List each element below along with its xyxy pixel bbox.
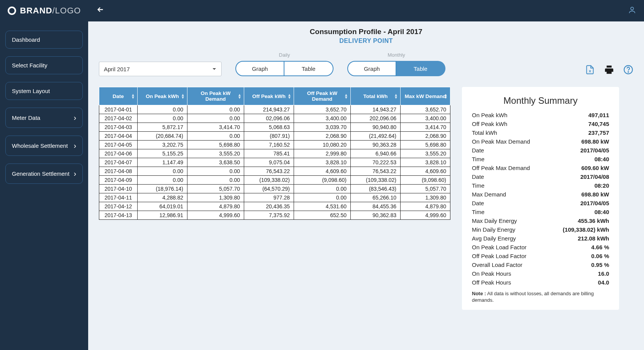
- cell-value: 12,986.91: [138, 211, 187, 220]
- cell-value: 3,414.70: [187, 123, 244, 132]
- topbar: BRAND/LOGO: [0, 0, 644, 21]
- toolbar: April 2017 Daily Graph Table Monthly Gra…: [99, 52, 633, 76]
- summary-row: Max Demand698.80 kW: [472, 190, 609, 199]
- table-row: 2017-04-1264,019.014,879.8020,436.354,53…: [99, 202, 450, 211]
- summary-row: Off Peak Hours04.0: [472, 278, 609, 287]
- column-header[interactable]: Off Peak kW Demand▲▼: [294, 87, 351, 105]
- cell-value: 6,940.66: [351, 149, 401, 158]
- cell-value: (109,338.02): [351, 176, 401, 185]
- summary-value: 455.36 kWh: [578, 218, 609, 224]
- cell-value: 977.28: [244, 193, 294, 202]
- print-button[interactable]: [604, 65, 614, 76]
- sidebar-item-label: Wholesale Settlement: [12, 142, 68, 149]
- sidebar-item-dashboard[interactable]: Dashboard: [5, 31, 83, 49]
- summary-label: Off Peak Hours: [472, 279, 511, 286]
- cell-value: 3,652.70: [401, 105, 450, 114]
- cell-value: 3,638.50: [187, 158, 244, 167]
- column-header[interactable]: Off Peak kWh▲▼: [244, 87, 294, 105]
- cell-value: 76,543.22: [351, 167, 401, 176]
- monthly-graph-button[interactable]: Graph: [347, 61, 396, 76]
- summary-value: 2017/04/05: [580, 147, 609, 154]
- period-select[interactable]: April 2017: [99, 62, 222, 76]
- summary-row: Time08:20: [472, 181, 609, 190]
- cell-value: 14,943.27: [351, 105, 401, 114]
- sort-icon: ▲▼: [344, 93, 348, 99]
- cell-date: 2017-04-09: [99, 176, 138, 185]
- help-button[interactable]: [623, 65, 633, 76]
- sidebar-item-label: Dashboard: [12, 36, 40, 43]
- cell-value: 5,057.70: [187, 185, 244, 193]
- profile-button[interactable]: [628, 6, 636, 16]
- summary-value: 0.95 %: [591, 262, 609, 268]
- cell-value: 5,155.25: [138, 149, 187, 158]
- cell-value: 90,363.28: [351, 141, 401, 149]
- svg-point-3: [628, 72, 629, 72]
- cell-value: 3,039.70: [294, 123, 351, 132]
- summary-value: (109,338.02) kWh: [563, 226, 609, 233]
- cell-value: 2,068.90: [294, 132, 351, 141]
- cell-value: 0.00: [138, 105, 187, 114]
- daily-table-button[interactable]: Table: [284, 61, 334, 76]
- sidebar-item-system-layout[interactable]: System Layout: [5, 82, 83, 100]
- daily-graph-button[interactable]: Graph: [235, 61, 284, 76]
- table-row: 2017-04-010.000.00214,943.273,652.7014,9…: [99, 105, 450, 114]
- sidebar-item-label: System Layout: [12, 88, 50, 94]
- printer-icon: [604, 65, 614, 75]
- cell-value: 2,999.80: [294, 149, 351, 158]
- table-row: 2017-04-020.000.0002,096.063,400.00202,0…: [99, 114, 450, 123]
- cell-value: 3,555.20: [187, 149, 244, 158]
- chevron-right-icon: ›: [74, 113, 76, 122]
- column-header[interactable]: On Peak kW Demand▲▼: [187, 87, 244, 105]
- cell-value: 5,057.70: [401, 185, 450, 193]
- cell-value: 76,543.22: [244, 167, 294, 176]
- cell-value: 64,019.01: [138, 202, 187, 211]
- cell-value: (9,098.60): [294, 176, 351, 185]
- help-circle-icon: [623, 65, 633, 75]
- summary-label: Overall Load Factor: [472, 262, 522, 268]
- export-excel-button[interactable]: X: [585, 65, 595, 76]
- cell-value: 214,943.27: [244, 105, 294, 114]
- main-content: Consumption Profile - April 2017 DELIVER…: [88, 21, 644, 350]
- column-header[interactable]: Total kWh▲▼: [351, 87, 401, 105]
- cell-value: (20,684.74): [138, 132, 187, 141]
- cell-value: 4,288.82: [138, 193, 187, 202]
- sidebar-item-meter-data[interactable]: Meter Data›: [5, 108, 83, 128]
- brand-secondary: /LOGO: [52, 6, 81, 16]
- cell-value: 90,940.80: [351, 123, 401, 132]
- summary-row: Off Peak kWh740,745: [472, 119, 609, 128]
- sidebar-item-wholesale-settlement[interactable]: Wholesale Settlement›: [5, 136, 83, 156]
- summary-row: Off Peak Max Demand609.60 kW: [472, 164, 609, 172]
- monthly-table-button[interactable]: Table: [396, 61, 445, 76]
- sort-icon: ▲▼: [238, 93, 242, 99]
- table-row: 2017-04-071,147.493,638.509,075.043,828.…: [99, 158, 450, 167]
- cell-value: 10,080.20: [294, 141, 351, 149]
- cell-value: (21,492.64): [351, 132, 401, 141]
- sidebar-item-select-facility[interactable]: Select Facility: [5, 56, 83, 74]
- summary-value: 497,011: [588, 112, 609, 118]
- cell-value: (64,570.29): [244, 185, 294, 193]
- cell-value: 7,375.92: [244, 211, 294, 220]
- user-icon: [628, 6, 636, 14]
- summary-label: On Peak kWh: [472, 112, 508, 118]
- cell-value: (109,338.02): [244, 176, 294, 185]
- cell-value: 2,068.90: [401, 132, 450, 141]
- cell-value: 4,609.60: [401, 167, 450, 176]
- back-button[interactable]: [96, 5, 105, 16]
- summary-value: 698.80 kW: [581, 191, 609, 198]
- column-header[interactable]: Max kW Demand▲▼: [401, 87, 450, 105]
- cell-date: 2017-04-03: [99, 123, 138, 132]
- cell-date: 2017-04-08: [99, 167, 138, 176]
- table-row: 2017-04-090.000.00(109,338.02)(9,098.60)…: [99, 176, 450, 185]
- summary-row: Overall Load Factor0.95 %: [472, 260, 609, 269]
- cell-value: 0.00: [138, 114, 187, 123]
- summary-note: Note : All data is without losses, all d…: [472, 291, 609, 304]
- column-header[interactable]: On Peak kWh▲▼: [138, 87, 187, 105]
- column-header[interactable]: Date▲▼: [99, 87, 138, 105]
- cell-value: 0.00: [187, 105, 244, 114]
- cell-value: 5,068.63: [244, 123, 294, 132]
- cell-value: 652.50: [294, 211, 351, 220]
- cell-date: 2017-04-02: [99, 114, 138, 123]
- summary-label: On Peak Max Demand: [472, 138, 530, 145]
- brand-logo-icon: [8, 7, 16, 15]
- sidebar-item-generation-settlement[interactable]: Generation Settlement›: [5, 164, 83, 184]
